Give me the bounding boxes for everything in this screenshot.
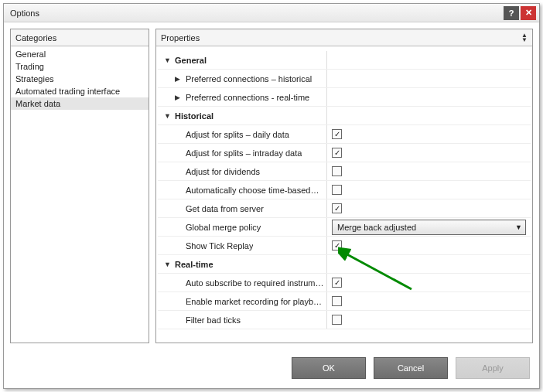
cancel-button[interactable]: Cancel (374, 357, 448, 379)
property-label: Adjust for dividends (186, 167, 260, 176)
expand-icon: ▼ (164, 56, 175, 64)
checkbox[interactable]: ✓ (332, 278, 342, 288)
property-label: Auto subscribe to required instrum… (186, 278, 324, 288)
dialog-body: Categories GeneralTradingStrategiesAutom… (4, 22, 539, 349)
expand-icon: ▼ (164, 261, 175, 268)
dropdown[interactable]: Merge back adjusted▼ (332, 220, 526, 235)
help-button[interactable]: ? (504, 6, 519, 20)
checkbox[interactable] (332, 296, 342, 306)
categories-panel: Categories GeneralTradingStrategiesAutom… (10, 29, 149, 343)
property-row: Adjust for splits – daily data✓ (158, 125, 531, 144)
properties-panel: Properties ▲ ▼ ▼General▶Preferred connec… (155, 29, 533, 343)
ok-button[interactable]: OK (292, 357, 366, 379)
property-label: Global merge policy (186, 223, 261, 232)
expand-icon: ▼ (164, 112, 175, 120)
checkbox[interactable] (332, 315, 342, 325)
group-label: Historical (175, 111, 213, 121)
checkbox[interactable]: ✓ (332, 129, 342, 139)
category-item[interactable]: Trading (11, 60, 149, 73)
checkbox[interactable] (332, 185, 342, 195)
spinner-down-icon[interactable]: ▼ (521, 38, 528, 43)
property-label: Preferred connections – historical (186, 74, 312, 84)
group-label: General (175, 56, 207, 65)
apply-button: Apply (456, 357, 530, 379)
property-row: Show Tick Replay✓ (158, 237, 531, 255)
category-item[interactable]: Automated trading interface (11, 85, 149, 97)
property-row: Adjust for splits – intraday data✓ (158, 144, 531, 162)
property-group-header[interactable]: ▼Historical (158, 107, 531, 125)
property-label: Adjust for splits – daily data (186, 130, 289, 139)
dialog-footer: OK Cancel Apply (4, 349, 539, 388)
chevron-down-icon: ▼ (515, 223, 522, 231)
properties-scroll-spinner[interactable]: ▲ ▼ (521, 33, 528, 43)
category-item[interactable]: Market data (11, 97, 149, 110)
titlebar: Options ? ✕ (4, 4, 539, 22)
checkbox[interactable]: ✓ (332, 203, 342, 213)
checkbox[interactable]: ✓ (332, 148, 342, 158)
properties-header: Properties ▲ ▼ (156, 29, 532, 46)
dropdown-value: Merge back adjusted (337, 223, 416, 232)
categories-header-label: Categories (15, 33, 56, 43)
property-group-header[interactable]: ▼General (158, 51, 531, 70)
properties-list: ▼General▶Preferred connections – histori… (156, 46, 532, 343)
dialog-title: Options (10, 9, 502, 18)
checkbox[interactable]: ✓ (332, 240, 342, 251)
close-button[interactable]: ✕ (521, 6, 536, 20)
category-item[interactable]: Strategies (11, 73, 149, 85)
property-label: Adjust for splits – intraday data (186, 148, 302, 158)
property-subgroup: ▶Preferred connections - real-time (158, 88, 531, 107)
property-group-header[interactable]: ▼Real-time (158, 255, 531, 274)
expand-icon[interactable]: ▶ (175, 94, 186, 101)
property-row: Filter bad ticks (158, 311, 531, 329)
property-label: Show Tick Replay (186, 241, 253, 251)
property-row: Get data from server✓ (158, 199, 531, 218)
options-dialog: Options ? ✕ Categories GeneralTradingStr… (3, 3, 540, 389)
property-subgroup: ▶Preferred connections – historical (158, 70, 531, 88)
property-label: Filter bad ticks (186, 315, 241, 325)
property-label: Preferred connections - real-time (186, 93, 309, 102)
category-item[interactable]: General (11, 48, 149, 60)
categories-list: GeneralTradingStrategiesAutomated tradin… (11, 46, 149, 343)
properties-header-label: Properties (161, 33, 200, 43)
property-row: Global merge policyMerge back adjusted▼ (158, 218, 531, 237)
categories-header: Categories (11, 29, 149, 46)
property-label: Automatically choose time-based… (186, 186, 319, 195)
property-row: Auto subscribe to required instrum…✓ (158, 274, 531, 292)
property-row: Enable market recording for playb… (158, 292, 531, 311)
property-label: Get data from server (186, 204, 264, 213)
group-label: Real-time (175, 260, 213, 269)
property-row: Automatically choose time-based… (158, 181, 531, 199)
expand-icon[interactable]: ▶ (175, 75, 186, 83)
property-label: Enable market recording for playb… (186, 297, 322, 306)
checkbox[interactable] (332, 166, 342, 176)
property-row: Adjust for dividends (158, 162, 531, 181)
